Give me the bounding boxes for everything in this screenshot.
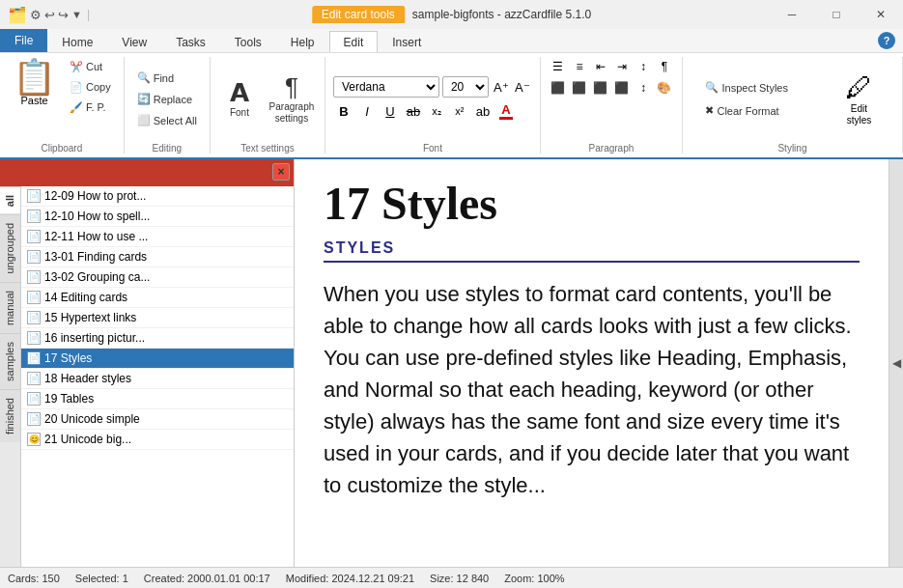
- list-item[interactable]: 📄 12-11 How to use ...: [21, 227, 294, 247]
- help-button[interactable]: ?: [878, 32, 895, 49]
- replace-button[interactable]: 🔄 Replace: [132, 90, 197, 109]
- toolbar-redo[interactable]: ↩: [44, 8, 55, 22]
- font-button[interactable]: 𝗔 Font: [218, 67, 261, 132]
- minimize-button[interactable]: ─: [770, 0, 814, 29]
- paste-button[interactable]: 📋 Paste: [8, 57, 61, 109]
- card-icon: 📄: [27, 189, 41, 203]
- sort-button[interactable]: ↕: [634, 57, 653, 76]
- list-item-active[interactable]: 📄 17 Styles: [21, 349, 294, 369]
- clipboard-group-label: Clipboard: [41, 143, 82, 154]
- paragraph-button-label: Paragraph settings: [269, 101, 315, 125]
- italic-button[interactable]: I: [356, 100, 378, 122]
- copy-button[interactable]: 📄 Copy: [65, 77, 116, 97]
- para-align-row: ⬛ ⬛ ⬛ ⬛ ↕ 🎨: [549, 78, 674, 98]
- ribbon-group-styling: 🔍 Inspect Styles ✖ Clear Format 🖊 Edit s…: [683, 57, 903, 154]
- sidebar-tab-samples[interactable]: samples: [0, 333, 20, 389]
- superscript-button[interactable]: x²: [449, 100, 470, 122]
- list-item[interactable]: 📄 13-02 Grouping ca...: [21, 267, 294, 288]
- font-family-select[interactable]: Verdana: [333, 76, 439, 98]
- content-title: 17 Styles: [324, 179, 860, 230]
- strikethrough-button[interactable]: ab: [403, 100, 424, 122]
- font-color-button[interactable]: A: [495, 100, 517, 122]
- font-grow-button[interactable]: A⁺: [492, 77, 511, 97]
- list-item[interactable]: 📄 15 Hypertext links: [21, 308, 294, 328]
- paragraph-settings-button[interactable]: ¶ Paragraph settings: [267, 67, 317, 132]
- select-all-button[interactable]: ⬜ Select All: [132, 111, 202, 130]
- inspect-styles-button[interactable]: 🔍 Inspect Styles: [700, 78, 826, 98]
- increase-indent-button[interactable]: ⇥: [612, 57, 632, 76]
- maximize-button[interactable]: □: [814, 0, 859, 29]
- list-item[interactable]: 📄 14 Editing cards: [21, 288, 294, 308]
- format-painter-button[interactable]: 🖌️ F. P.: [65, 98, 116, 117]
- font-button-label: Font: [230, 107, 249, 118]
- tab-help[interactable]: Help: [276, 31, 329, 52]
- tab-tools[interactable]: Tools: [220, 31, 276, 52]
- highlight-button[interactable]: ab: [472, 100, 494, 122]
- list-item[interactable]: 📄 19 Tables: [21, 389, 294, 409]
- sidebar-tab-all[interactable]: all: [0, 186, 20, 214]
- align-right-button[interactable]: ⬛: [591, 78, 610, 98]
- paragraph-content: ☰ ≡ ⇤ ⇥ ↕ ¶ ⬛ ⬛ ⬛ ⬛ ↕ 🎨: [549, 57, 674, 141]
- toolbar-more[interactable]: ▼: [71, 9, 82, 20]
- content-area[interactable]: 17 Styles STYLES When you use styles to …: [295, 159, 889, 567]
- sidebar-tab-ungrouped[interactable]: ungrouped: [0, 214, 20, 282]
- tab-insert[interactable]: Insert: [378, 31, 436, 52]
- card-icon: 📄: [27, 392, 41, 406]
- show-marks-button[interactable]: ¶: [655, 57, 674, 76]
- shading-button[interactable]: 🎨: [655, 78, 674, 98]
- list-item[interactable]: 📄 13-01 Finding cards: [21, 247, 294, 267]
- align-center-button[interactable]: ⬛: [570, 78, 589, 98]
- edit-styles-button[interactable]: 🖊 Edit styles: [833, 67, 884, 131]
- font-shrink-button[interactable]: A⁻: [513, 77, 532, 97]
- font-size-select[interactable]: 20: [442, 76, 489, 98]
- sidebar-close-button[interactable]: ×: [272, 163, 290, 181]
- align-left-button[interactable]: ⬛: [549, 78, 568, 98]
- align-justify-button[interactable]: ⬛: [612, 78, 632, 98]
- find-button[interactable]: 🔍 Find: [132, 69, 179, 88]
- cut-button[interactable]: ✂️ Cut: [65, 57, 116, 76]
- ribbon: 📋 Paste ✂️ Cut 📄 Copy 🖌️ F. P. Clipboard: [0, 53, 903, 159]
- list-item[interactable]: 😊 21 Unicode big...: [21, 430, 294, 450]
- content-body: When you use styles to format card conte…: [324, 278, 860, 501]
- status-cards: Cards: 150: [8, 573, 60, 584]
- scroll-arrow[interactable]: ◀: [889, 159, 903, 567]
- copy-icon: 📄: [70, 81, 83, 94]
- font-icon: 𝗔: [230, 80, 249, 105]
- list-item[interactable]: 📄 12-10 How to spell...: [21, 207, 294, 227]
- bold-button[interactable]: B: [333, 100, 354, 122]
- list-item[interactable]: 📄 20 Unicode simple: [21, 409, 294, 430]
- tab-edit[interactable]: Edit: [329, 31, 379, 52]
- find-icon: 🔍: [137, 71, 151, 84]
- decrease-indent-button[interactable]: ⇤: [591, 57, 610, 76]
- ribbon-group-editing: 🔍 Find 🔄 Replace ⬜ Select All Editing: [125, 57, 211, 154]
- bullet-list-button[interactable]: ☰: [549, 57, 568, 76]
- subscript-button[interactable]: x₂: [426, 100, 447, 122]
- sidebar-tab-manual[interactable]: manual: [0, 282, 20, 333]
- line-spacing-button[interactable]: ↕: [634, 78, 653, 98]
- underline-button[interactable]: U: [380, 100, 401, 122]
- number-list-button[interactable]: ≡: [570, 57, 589, 76]
- tab-file[interactable]: File: [0, 28, 47, 52]
- list-item[interactable]: 📄 12-09 How to prot...: [21, 186, 294, 207]
- tab-home[interactable]: Home: [47, 31, 107, 52]
- card-icon: 📄: [27, 311, 41, 324]
- tab-view[interactable]: View: [107, 31, 161, 52]
- list-item[interactable]: 📄 16 inserting pictur...: [21, 328, 294, 349]
- card-icon: 📄: [27, 210, 41, 223]
- list-item[interactable]: 📄 18 Header styles: [21, 369, 294, 389]
- card-icon: 📄: [27, 270, 41, 284]
- toolbar-redo2[interactable]: ↪: [58, 8, 69, 22]
- clear-format-button[interactable]: ✖ Clear Format: [700, 101, 826, 121]
- tab-tasks[interactable]: Tasks: [161, 31, 220, 52]
- text-settings-content: 𝗔 Font ¶ Paragraph settings: [218, 57, 317, 141]
- ribbon-group-font: Verdana 20 A⁺ A⁻ B I U ab x₂ x²: [325, 57, 541, 154]
- app-icon: 🗂️: [8, 6, 27, 24]
- toolbar-undo[interactable]: ⚙: [30, 8, 42, 22]
- card-icon: 📄: [27, 372, 41, 385]
- paste-label: Paste: [20, 95, 47, 106]
- card-icon: 📄: [27, 250, 41, 264]
- close-button[interactable]: ✕: [859, 0, 903, 29]
- select-all-label: Select All: [154, 115, 197, 126]
- format-painter-label: F. P.: [86, 101, 106, 113]
- sidebar-tab-finished[interactable]: finished: [0, 389, 20, 442]
